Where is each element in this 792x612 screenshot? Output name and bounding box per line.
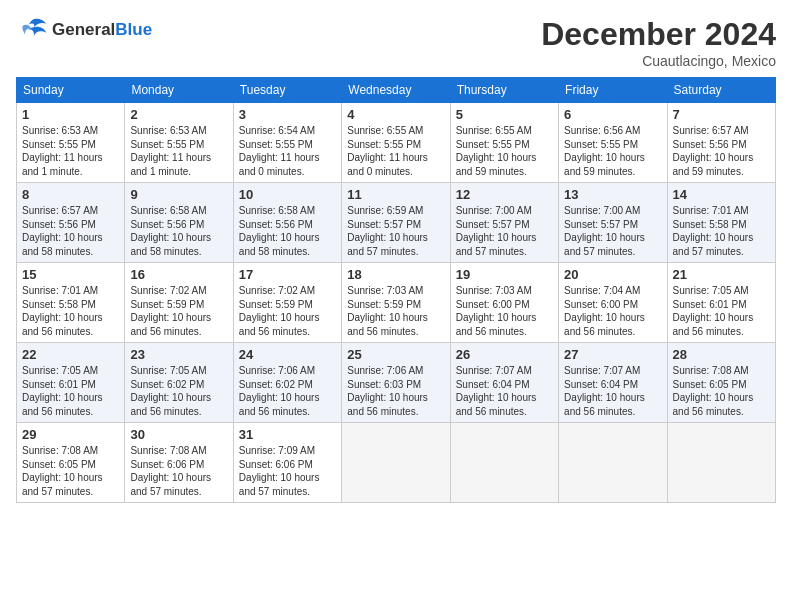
day-info: Sunrise: 7:08 AMSunset: 6:06 PMDaylight:… [130,444,227,498]
day-info: Sunrise: 6:59 AMSunset: 5:57 PMDaylight:… [347,204,444,258]
day-number: 3 [239,107,336,122]
day-info: Sunrise: 7:01 AMSunset: 5:58 PMDaylight:… [22,284,119,338]
day-info: Sunrise: 7:08 AMSunset: 6:05 PMDaylight:… [673,364,770,418]
weekday-header-thursday: Thursday [450,78,558,103]
calendar-cell: 23Sunrise: 7:05 AMSunset: 6:02 PMDayligh… [125,343,233,423]
logo-icon [16,16,48,44]
day-info: Sunrise: 6:57 AMSunset: 5:56 PMDaylight:… [673,124,770,178]
day-info: Sunrise: 7:09 AMSunset: 6:06 PMDaylight:… [239,444,336,498]
weekday-header-row: SundayMondayTuesdayWednesdayThursdayFrid… [17,78,776,103]
week-row-5: 29Sunrise: 7:08 AMSunset: 6:05 PMDayligh… [17,423,776,503]
day-info: Sunrise: 6:53 AMSunset: 5:55 PMDaylight:… [130,124,227,178]
calendar-cell: 5Sunrise: 6:55 AMSunset: 5:55 PMDaylight… [450,103,558,183]
day-info: Sunrise: 7:05 AMSunset: 6:01 PMDaylight:… [673,284,770,338]
calendar-cell: 1Sunrise: 6:53 AMSunset: 5:55 PMDaylight… [17,103,125,183]
day-number: 27 [564,347,661,362]
day-number: 12 [456,187,553,202]
day-info: Sunrise: 6:54 AMSunset: 5:55 PMDaylight:… [239,124,336,178]
calendar-cell: 21Sunrise: 7:05 AMSunset: 6:01 PMDayligh… [667,263,775,343]
day-number: 6 [564,107,661,122]
day-info: Sunrise: 6:55 AMSunset: 5:55 PMDaylight:… [347,124,444,178]
day-number: 19 [456,267,553,282]
day-info: Sunrise: 7:00 AMSunset: 5:57 PMDaylight:… [456,204,553,258]
weekday-header-tuesday: Tuesday [233,78,341,103]
day-info: Sunrise: 7:07 AMSunset: 6:04 PMDaylight:… [456,364,553,418]
day-number: 11 [347,187,444,202]
day-number: 28 [673,347,770,362]
calendar-cell: 12Sunrise: 7:00 AMSunset: 5:57 PMDayligh… [450,183,558,263]
calendar-cell: 9Sunrise: 6:58 AMSunset: 5:56 PMDaylight… [125,183,233,263]
day-info: Sunrise: 6:56 AMSunset: 5:55 PMDaylight:… [564,124,661,178]
calendar-cell: 24Sunrise: 7:06 AMSunset: 6:02 PMDayligh… [233,343,341,423]
week-row-4: 22Sunrise: 7:05 AMSunset: 6:01 PMDayligh… [17,343,776,423]
day-info: Sunrise: 7:06 AMSunset: 6:02 PMDaylight:… [239,364,336,418]
day-info: Sunrise: 6:55 AMSunset: 5:55 PMDaylight:… [456,124,553,178]
location: Cuautlacingo, Mexico [541,53,776,69]
weekday-header-saturday: Saturday [667,78,775,103]
calendar-cell: 3Sunrise: 6:54 AMSunset: 5:55 PMDaylight… [233,103,341,183]
page-header: GeneralBlue December 2024 Cuautlacingo, … [16,16,776,69]
day-info: Sunrise: 7:03 AMSunset: 6:00 PMDaylight:… [456,284,553,338]
calendar-cell: 16Sunrise: 7:02 AMSunset: 5:59 PMDayligh… [125,263,233,343]
day-info: Sunrise: 6:58 AMSunset: 5:56 PMDaylight:… [239,204,336,258]
week-row-1: 1Sunrise: 6:53 AMSunset: 5:55 PMDaylight… [17,103,776,183]
calendar-cell: 26Sunrise: 7:07 AMSunset: 6:04 PMDayligh… [450,343,558,423]
day-number: 23 [130,347,227,362]
week-row-3: 15Sunrise: 7:01 AMSunset: 5:58 PMDayligh… [17,263,776,343]
day-number: 22 [22,347,119,362]
calendar-table: SundayMondayTuesdayWednesdayThursdayFrid… [16,77,776,503]
calendar-cell: 27Sunrise: 7:07 AMSunset: 6:04 PMDayligh… [559,343,667,423]
day-number: 20 [564,267,661,282]
calendar-cell: 17Sunrise: 7:02 AMSunset: 5:59 PMDayligh… [233,263,341,343]
day-number: 25 [347,347,444,362]
calendar-cell [342,423,450,503]
calendar-cell [667,423,775,503]
day-number: 26 [456,347,553,362]
calendar-cell: 22Sunrise: 7:05 AMSunset: 6:01 PMDayligh… [17,343,125,423]
weekday-header-sunday: Sunday [17,78,125,103]
day-number: 2 [130,107,227,122]
calendar-cell: 2Sunrise: 6:53 AMSunset: 5:55 PMDaylight… [125,103,233,183]
logo-text: GeneralBlue [52,21,152,40]
month-title: December 2024 [541,16,776,53]
day-number: 7 [673,107,770,122]
calendar-cell: 11Sunrise: 6:59 AMSunset: 5:57 PMDayligh… [342,183,450,263]
weekday-header-friday: Friday [559,78,667,103]
day-number: 29 [22,427,119,442]
day-info: Sunrise: 7:08 AMSunset: 6:05 PMDaylight:… [22,444,119,498]
calendar-cell: 15Sunrise: 7:01 AMSunset: 5:58 PMDayligh… [17,263,125,343]
calendar-cell: 4Sunrise: 6:55 AMSunset: 5:55 PMDaylight… [342,103,450,183]
calendar-cell: 13Sunrise: 7:00 AMSunset: 5:57 PMDayligh… [559,183,667,263]
day-number: 30 [130,427,227,442]
calendar-cell: 28Sunrise: 7:08 AMSunset: 6:05 PMDayligh… [667,343,775,423]
day-info: Sunrise: 7:05 AMSunset: 6:01 PMDaylight:… [22,364,119,418]
calendar-cell: 29Sunrise: 7:08 AMSunset: 6:05 PMDayligh… [17,423,125,503]
calendar-cell: 25Sunrise: 7:06 AMSunset: 6:03 PMDayligh… [342,343,450,423]
day-info: Sunrise: 7:02 AMSunset: 5:59 PMDaylight:… [239,284,336,338]
day-number: 13 [564,187,661,202]
day-number: 24 [239,347,336,362]
day-number: 21 [673,267,770,282]
calendar-cell: 20Sunrise: 7:04 AMSunset: 6:00 PMDayligh… [559,263,667,343]
day-info: Sunrise: 7:05 AMSunset: 6:02 PMDaylight:… [130,364,227,418]
day-number: 16 [130,267,227,282]
calendar-cell [450,423,558,503]
day-number: 15 [22,267,119,282]
day-number: 31 [239,427,336,442]
day-info: Sunrise: 6:58 AMSunset: 5:56 PMDaylight:… [130,204,227,258]
title-block: December 2024 Cuautlacingo, Mexico [541,16,776,69]
day-number: 8 [22,187,119,202]
weekday-header-wednesday: Wednesday [342,78,450,103]
day-info: Sunrise: 7:04 AMSunset: 6:00 PMDaylight:… [564,284,661,338]
day-number: 9 [130,187,227,202]
calendar-cell: 7Sunrise: 6:57 AMSunset: 5:56 PMDaylight… [667,103,775,183]
calendar-cell: 8Sunrise: 6:57 AMSunset: 5:56 PMDaylight… [17,183,125,263]
day-info: Sunrise: 7:07 AMSunset: 6:04 PMDaylight:… [564,364,661,418]
day-number: 17 [239,267,336,282]
day-number: 1 [22,107,119,122]
calendar-cell: 6Sunrise: 6:56 AMSunset: 5:55 PMDaylight… [559,103,667,183]
day-number: 10 [239,187,336,202]
calendar-cell: 30Sunrise: 7:08 AMSunset: 6:06 PMDayligh… [125,423,233,503]
logo: GeneralBlue [16,16,152,44]
day-info: Sunrise: 6:57 AMSunset: 5:56 PMDaylight:… [22,204,119,258]
